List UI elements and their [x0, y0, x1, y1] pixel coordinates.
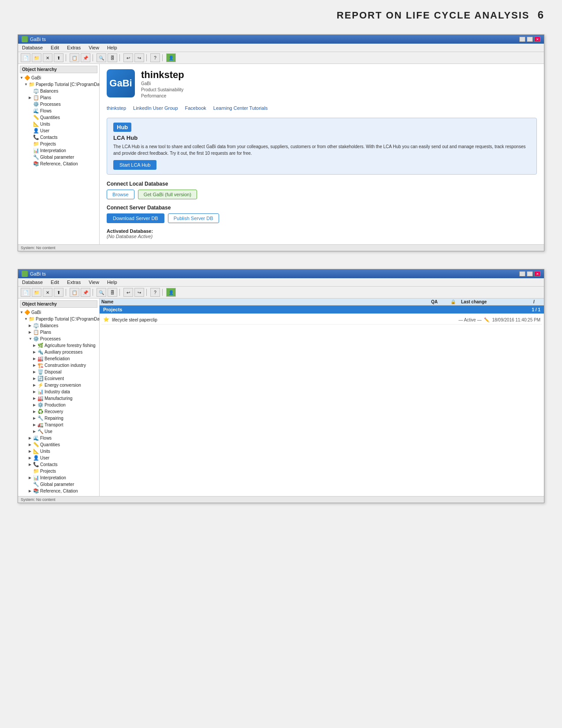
oh-item-reference1[interactable]: 📚 Reference, Citation — [20, 161, 97, 167]
start-lca-hub-button[interactable]: Start LCA Hub — [113, 160, 156, 170]
oh-item-globalparam1[interactable]: 🔧 Global parameter — [20, 154, 97, 161]
oh2-quantities[interactable]: ▶ 📏 Quantities — [20, 441, 97, 448]
gabi-logo-text: GaBi — [109, 78, 132, 89]
toolbar2-help-btn[interactable]: ? — [150, 288, 160, 297]
oh2-recovery[interactable]: ▶ ♻️ Recovery — [20, 408, 97, 415]
toolbar-user-btn[interactable]: 👤 — [166, 53, 176, 62]
oh2-processes[interactable]: ▼ ⚙️ Processes — [20, 336, 97, 342]
oh2-units[interactable]: ▶ 📐 Units — [20, 448, 97, 455]
toolbar-new-btn[interactable]: 📄 — [21, 53, 30, 62]
window1-restore-btn[interactable]: □ — [527, 37, 533, 42]
oh2-construction[interactable]: ▶ 🏗️ Construction industry — [20, 362, 97, 369]
oh2-contacts[interactable]: ▶ 📞 Contacts — [20, 461, 97, 468]
oh2-interpretation[interactable]: ▶ 📊 Interpretation — [20, 474, 97, 481]
oh-item-flows1[interactable]: 🌊 Flows — [20, 108, 97, 114]
toolbar-help-btn[interactable]: ? — [150, 53, 160, 62]
oh-item-units1[interactable]: 📐 Units — [20, 121, 97, 127]
window2-close-btn[interactable]: ✕ — [534, 271, 540, 276]
link-thinkstep[interactable]: thinkstep — [107, 105, 126, 111]
oh2-repairing[interactable]: ▶ 🔧 Repairing — [20, 415, 97, 422]
toolbar2-user-btn[interactable]: 👤 — [166, 288, 176, 297]
oh2-ecoinvent[interactable]: ▶ 🔄 Ecoinvent — [20, 375, 97, 382]
toolbar2-open-btn[interactable]: 📁 — [32, 288, 41, 297]
oh-item-balances1[interactable]: ⚖️ Balances — [20, 88, 97, 94]
oh2-manufacturing[interactable]: ▶ 🏭 Manufacturing — [20, 395, 97, 402]
oh-item-plans1[interactable]: ▶ 📋 Plans — [20, 94, 97, 101]
oh-item-gabi[interactable]: ▼ 🔶 GaBi — [20, 75, 97, 81]
oh2-user[interactable]: ▶ 👤 User — [20, 455, 97, 461]
toolbar-copy-btn[interactable]: 📋 — [70, 53, 79, 62]
oh-item-user1[interactable]: 👤 User — [20, 127, 97, 134]
toolbar-redo-btn[interactable]: ↪ — [134, 53, 144, 62]
toolbar-undo-btn[interactable]: ↩ — [123, 53, 133, 62]
link-facebook[interactable]: Facebook — [185, 105, 206, 111]
oh2-auxiliary[interactable]: ▶ 🔩 Auxiliary processes — [20, 349, 97, 355]
oh2-beneficiation[interactable]: ▶ 🏭 Beneficiation — [20, 355, 97, 362]
projects-section-header: Projects 1 / 1 — [100, 306, 544, 314]
oh2-flows[interactable]: ▶ 🌊 Flows — [20, 435, 97, 441]
menu2-help[interactable]: Help — [106, 279, 119, 285]
toolbar2-up-btn[interactable]: ⬆ — [54, 288, 63, 297]
get-gabi-button[interactable]: Get GaBi (full version) — [138, 190, 197, 199]
menu2-view[interactable]: View — [87, 279, 100, 285]
publish-server-btn[interactable]: Publish Server DB — [168, 213, 219, 223]
menu2-edit[interactable]: Edit — [49, 279, 60, 285]
menu-database[interactable]: Database — [21, 45, 44, 51]
menu-edit[interactable]: Edit — [49, 45, 60, 51]
oh2-globalparam[interactable]: 🔧 Global parameter — [20, 481, 97, 488]
oh2-arrow-plans: ▶ — [29, 330, 33, 334]
window1-close-btn[interactable]: ✕ — [534, 37, 540, 42]
toolbar-close-btn[interactable]: ✕ — [43, 53, 52, 62]
oh-item-processes1[interactable]: ⚙️ Processes — [20, 101, 97, 108]
oh2-use[interactable]: ▶ 🔨 Use — [20, 428, 97, 435]
oh2-agri[interactable]: ▶ 🌿 Agriculture forestry fishing — [20, 342, 97, 349]
toolbar2-close-btn[interactable]: ✕ — [43, 288, 52, 297]
window2-minimize-btn[interactable]: _ — [519, 271, 525, 276]
toolbar2-new-btn[interactable]: 📄 — [21, 288, 30, 297]
oh-item-interpretation1[interactable]: 📊 Interpretation — [20, 147, 97, 154]
oh2-transport[interactable]: ▶ 🚛 Transport — [20, 422, 97, 428]
toolbar2-copy-btn[interactable]: 📋 — [70, 288, 79, 297]
oh2-disposal[interactable]: ▶ 🗑️ Disposal — [20, 369, 97, 375]
oh-item-contacts1[interactable]: 📞 Contacts — [20, 134, 97, 141]
oh2-plans[interactable]: ▶ 📋 Plans — [20, 329, 97, 336]
oh2-energy[interactable]: ▶ ⚡ Energy conversion — [20, 382, 97, 388]
link-learning[interactable]: Learning Center Tutorials — [213, 105, 268, 111]
oh2-label-contacts: Contacts — [40, 462, 57, 467]
project-edit-icon[interactable]: ✏️ — [484, 317, 489, 322]
oh2-arrow-disposal: ▶ — [33, 370, 37, 374]
window1-minimize-btn[interactable]: _ — [519, 37, 525, 42]
menu-help[interactable]: Help — [106, 45, 119, 51]
toolbar2-paste-btn[interactable]: 📌 — [81, 288, 90, 297]
toolbar2-db-btn[interactable]: 🗄 — [108, 288, 117, 297]
browse-button[interactable]: Browse — [107, 190, 134, 199]
toolbar-search-btn[interactable]: 🔍 — [97, 53, 106, 62]
toolbar-up-btn[interactable]: ⬆ — [54, 53, 63, 62]
window2-restore-btn[interactable]: □ — [527, 271, 533, 276]
oh2-balances[interactable]: ▶ ⚖️ Balances — [20, 322, 97, 329]
oh2-gabi[interactable]: ▼ 🔶 GaBi — [20, 309, 97, 316]
toolbar-open-btn[interactable]: 📁 — [32, 53, 41, 62]
oh2-projects[interactable]: 📁 Projects — [20, 468, 97, 474]
oh2-production[interactable]: ▶ ⚙️ Production — [20, 402, 97, 408]
menu2-database[interactable]: Database — [21, 279, 44, 285]
menu2-extras[interactable]: Extras — [66, 279, 82, 285]
toolbar-paste-btn[interactable]: 📌 — [81, 53, 90, 62]
project-row[interactable]: ⭐ lifecycle steel paperclip — Active — ✏… — [101, 315, 542, 325]
oh2-industrydata[interactable]: ▶ 📊 Industry data — [20, 388, 97, 395]
toolbar2-search-btn[interactable]: 🔍 — [97, 288, 106, 297]
download-server-btn[interactable]: Download Server DB — [107, 213, 164, 223]
oh2-reference[interactable]: ▶ 📚 Reference, Citation — [20, 488, 97, 494]
menu-view[interactable]: View — [87, 45, 100, 51]
oh-label-quantities1: Quantities — [40, 115, 60, 120]
oh-item-quantities1[interactable]: 📏 Quantities — [20, 114, 97, 121]
oh-item-projects1[interactable]: 📁 Projects — [20, 141, 97, 147]
toolbar-db-btn[interactable]: 🗄 — [108, 53, 117, 62]
menu-extras[interactable]: Extras — [66, 45, 82, 51]
oh2-paperdip[interactable]: ▼ 📁 Paperdip Tutorial [C:\ProgramData\th… — [20, 316, 97, 322]
oh2-arrow-flows: ▶ — [29, 436, 33, 440]
oh-item-paperdip[interactable]: ▼ 📁 Paperdip Tutorial [C:\ProgramData\ — [20, 81, 97, 88]
toolbar2-undo-btn[interactable]: ↩ — [123, 288, 133, 297]
toolbar2-redo-btn[interactable]: ↪ — [134, 288, 144, 297]
link-linkedin[interactable]: LinkedIn User Group — [133, 105, 178, 111]
